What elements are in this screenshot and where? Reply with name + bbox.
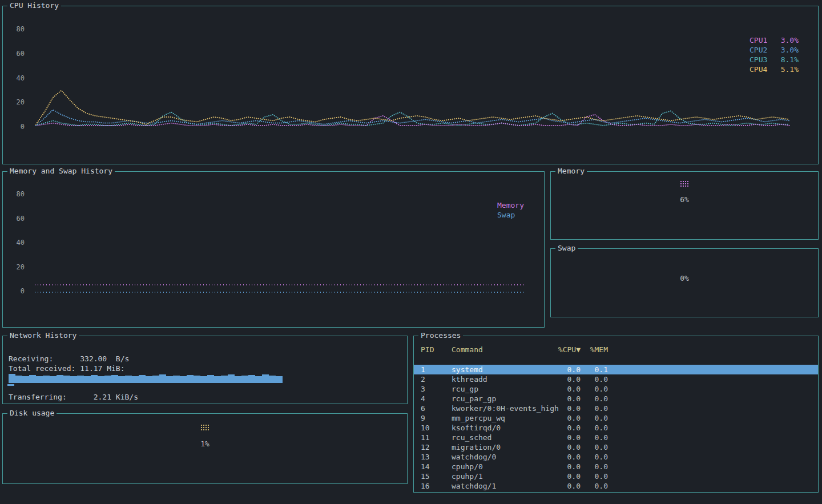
process-row[interactable]: 14cpuhp/00.00.0	[414, 462, 818, 471]
network-bar	[241, 376, 248, 383]
process-command: migration/0	[452, 442, 554, 452]
network-bar	[29, 375, 36, 383]
network-bar	[159, 374, 166, 383]
memory-legend-name: Swap	[497, 210, 515, 220]
process-command: cpuhp/0	[452, 462, 554, 471]
process-command: kthreadd	[452, 374, 554, 384]
memory-usage-dots-icon	[680, 180, 690, 188]
network-bar	[200, 376, 207, 383]
disk-usage-title: Disk usage	[7, 409, 57, 417]
network-transferring-line: Transferring: 2.21 KiB/s	[9, 393, 138, 401]
memory-swap-history-panel: Memory and Swap History 806040200 Memory…	[2, 171, 545, 328]
process-mem-percent: 0.0	[581, 481, 608, 491]
cpu-legend-row: CPU23.0%	[750, 45, 799, 55]
process-row[interactable]: 9mm_percpu_wq0.00.0	[414, 413, 818, 423]
process-column-header[interactable]: Command	[452, 345, 554, 354]
process-command: kworker/0:0H-events_high	[452, 404, 554, 413]
process-cpu-percent: 0.0	[554, 433, 581, 442]
process-cpu-percent: 0.0	[554, 413, 581, 423]
process-row[interactable]: 15cpuhp/10.00.0	[414, 471, 818, 481]
network-bar	[57, 375, 63, 383]
network-bar	[235, 376, 241, 383]
process-column-header[interactable]: %MEM	[581, 345, 608, 354]
process-command: rcu_gp	[452, 384, 554, 394]
cpu-legend-name: CPU2	[750, 45, 767, 55]
network-received-sparkline	[9, 373, 283, 383]
memory-gauge-panel: Memory 6%	[550, 171, 819, 240]
process-row[interactable]: 4rcu_par_gp0.00.0	[414, 394, 818, 404]
cpu-legend-row: CPU13.0%	[750, 35, 799, 45]
network-bar	[146, 376, 152, 383]
process-row[interactable]: 16watchdog/10.00.0	[414, 481, 818, 491]
process-pid: 14	[421, 462, 452, 471]
process-row[interactable]: 11rcu_sched0.00.0	[414, 433, 818, 442]
network-bar	[132, 376, 139, 383]
process-cpu-percent: 0.0	[554, 374, 581, 384]
processes-title: Processes	[418, 331, 463, 340]
memory-legend-row: Memory	[497, 200, 531, 210]
memory-legend-row: Swap	[497, 210, 531, 220]
process-pid: 12	[421, 442, 452, 452]
process-row[interactable]: 1systemd0.00.1	[414, 365, 818, 374]
memory-usage-value: 6%	[680, 195, 689, 204]
network-bar	[43, 376, 50, 383]
process-cpu-percent: 0.0	[554, 442, 581, 452]
process-row[interactable]: 6kworker/0:0H-events_high0.00.0	[414, 404, 818, 413]
swap-usage-value: 0%	[680, 274, 689, 283]
process-pid: 15	[421, 471, 452, 481]
process-pid: 11	[421, 433, 452, 442]
process-command: mm_percpu_wq	[452, 413, 554, 423]
process-column-header[interactable]: %CPU▼	[554, 345, 581, 354]
cpu2-series-line	[36, 110, 789, 126]
process-cpu-percent: 0.0	[554, 452, 581, 462]
process-pid: 3	[421, 384, 452, 394]
process-row[interactable]: 2kthreadd0.00.0	[414, 374, 818, 384]
process-mem-percent: 0.0	[581, 374, 608, 384]
memory-history-line	[34, 284, 523, 285]
process-row[interactable]: 3rcu_gp0.00.0	[414, 384, 818, 394]
process-pid: 10	[421, 423, 452, 433]
y-tick-label: 60	[10, 215, 25, 223]
process-cpu-percent: 0.0	[554, 384, 581, 394]
network-bar	[22, 376, 29, 383]
y-tick-label: 0	[10, 288, 25, 295]
process-mem-percent: 0.0	[581, 384, 608, 394]
network-bar	[214, 376, 221, 383]
cpu-legend-name: CPU4	[750, 64, 767, 74]
network-bar	[104, 376, 111, 383]
disk-usage-gauge: 1%	[3, 424, 407, 448]
network-receiving-line: Receiving: 332.00 B/s	[9, 354, 129, 363]
network-bar	[70, 376, 77, 383]
network-bar	[9, 374, 15, 383]
process-row[interactable]: 12migration/00.00.0	[414, 442, 818, 452]
memory-swap-history-title: Memory and Swap History	[7, 167, 115, 175]
swap-gauge-title: Swap	[555, 244, 578, 252]
process-column-header[interactable]: PID	[421, 345, 452, 354]
process-table-header: PIDCommand%CPU▼%MEM	[414, 345, 818, 354]
cpu-legend-row: CPU38.1%	[750, 55, 799, 64]
y-tick-label: 20	[10, 99, 25, 106]
network-bar	[166, 376, 173, 383]
disk-usage-panel: Disk usage 1%	[2, 413, 408, 484]
processes-panel: Processes PIDCommand%CPU▼%MEM 1systemd0.…	[413, 336, 819, 493]
network-bar	[194, 376, 200, 383]
network-bar	[187, 375, 194, 383]
process-command: rcu_par_gp	[452, 394, 554, 404]
network-bar	[98, 376, 104, 383]
process-command: ksoftirqd/0	[452, 423, 554, 433]
cpu-legend-row: CPU45.1%	[750, 64, 799, 74]
process-cpu-percent: 0.0	[554, 471, 581, 481]
process-mem-percent: 0.0	[581, 452, 608, 462]
process-row[interactable]: 10ksoftirqd/00.00.0	[414, 423, 818, 433]
network-bar	[207, 375, 214, 383]
process-row[interactable]: 13watchdog/00.00.0	[414, 452, 818, 462]
y-tick-label: 80	[10, 191, 25, 198]
process-cpu-percent: 0.0	[554, 481, 581, 491]
network-total-received-line: Total received: 11.17 MiB:	[9, 364, 125, 373]
network-bar	[221, 376, 228, 383]
process-pid: 6	[421, 404, 452, 413]
swap-history-line	[34, 292, 523, 293]
process-mem-percent: 0.0	[581, 433, 608, 442]
memory-gauge: 6%	[551, 180, 818, 204]
cpu-legend-value: 3.0%	[781, 45, 799, 55]
